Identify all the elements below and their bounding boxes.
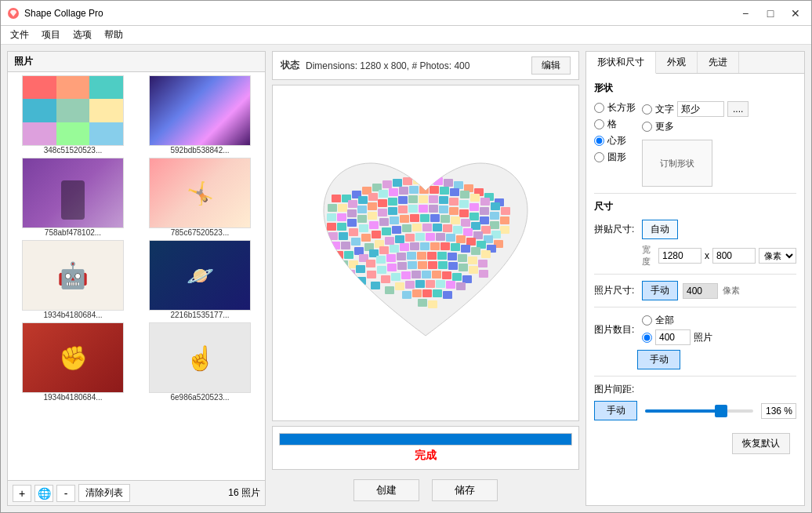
svg-rect-167 <box>401 271 411 279</box>
width-input[interactable] <box>658 248 701 264</box>
shape-radio-text-input[interactable] <box>642 104 652 115</box>
svg-rect-135 <box>471 247 480 255</box>
photos-grid-container[interactable]: 348c51520523... 592bdb538842... 758abf47… <box>8 72 265 480</box>
svg-rect-65 <box>439 206 448 213</box>
photo-thumbnail[interactable]: 🪐 <box>149 240 251 311</box>
shape-radio-rect-input[interactable] <box>594 103 604 113</box>
photo-filename: 348c51520523... <box>44 146 103 155</box>
svg-rect-28 <box>430 186 439 194</box>
svg-rect-22 <box>368 193 378 201</box>
unit-select[interactable]: 像素 <box>759 248 796 264</box>
svg-rect-32 <box>470 194 480 202</box>
photo-thumbnail[interactable] <box>22 75 124 146</box>
svg-rect-1 <box>332 195 341 202</box>
svg-rect-45 <box>419 195 428 203</box>
menu-file[interactable]: 文件 <box>4 27 35 43</box>
save-button[interactable]: 储存 <box>432 479 498 501</box>
photo-filename: 592bdb538842... <box>170 146 229 155</box>
svg-rect-36 <box>327 213 336 221</box>
section-divider-4 <box>594 376 796 377</box>
spacing-slider[interactable] <box>645 409 753 413</box>
svg-rect-55 <box>337 223 346 231</box>
svg-rect-84 <box>451 216 460 224</box>
count-manual-button[interactable]: 手动 <box>637 350 680 369</box>
shape-radio-circle-input[interactable] <box>594 152 604 162</box>
svg-rect-127 <box>390 245 399 253</box>
svg-rect-52 <box>490 212 499 220</box>
svg-rect-158 <box>428 261 437 269</box>
photo-thumbnail[interactable]: ✊ <box>22 322 124 393</box>
text-shape-dots-button[interactable]: .... <box>727 101 749 117</box>
edit-button[interactable]: 编辑 <box>531 56 571 75</box>
restore-defaults-button[interactable]: 恢复默认 <box>732 433 790 454</box>
photo-thumbnail[interactable]: 🤸 <box>149 158 251 228</box>
svg-rect-163 <box>479 270 488 278</box>
svg-rect-78 <box>390 216 399 224</box>
shape-radio-grid: 格 <box>594 118 636 131</box>
menu-help[interactable]: 帮助 <box>98 27 129 43</box>
height-input[interactable] <box>712 248 756 264</box>
svg-rect-137 <box>346 270 355 278</box>
title-bar: Shape Collage Pro − □ ✕ <box>1 1 811 26</box>
svg-rect-76 <box>369 221 379 229</box>
menu-project[interactable]: 项目 <box>35 27 67 43</box>
menu-bar: 文件 项目 选项 帮助 <box>1 26 811 45</box>
count-manual-radio[interactable] <box>642 333 652 343</box>
svg-rect-141 <box>386 254 396 262</box>
svg-rect-75 <box>359 224 368 232</box>
create-button[interactable]: 创建 <box>353 479 419 501</box>
add-photo-button[interactable]: + <box>13 485 31 502</box>
text-shape-input[interactable] <box>677 101 724 117</box>
svg-rect-95 <box>392 226 401 234</box>
remove-photo-button[interactable]: - <box>56 485 75 502</box>
count-all-radio[interactable] <box>642 315 652 326</box>
count-value-input[interactable] <box>655 329 691 345</box>
collage-size-auto-button[interactable]: 自动 <box>642 220 678 239</box>
close-button[interactable]: ✕ <box>786 5 805 21</box>
section-divider-2 <box>594 274 796 275</box>
collage-size-label: 拼贴尺寸: <box>594 223 637 236</box>
shape-radio-heart-input[interactable] <box>594 136 604 146</box>
svg-rect-91 <box>351 238 361 246</box>
svg-rect-184 <box>422 289 432 297</box>
maximize-button[interactable]: □ <box>761 5 780 21</box>
menu-options[interactable]: 选项 <box>67 27 98 43</box>
list-item: 🤸 785c67520523... <box>138 158 262 237</box>
photo-thumbnail[interactable] <box>22 158 124 228</box>
list-item: ✊ 1934b4180684... <box>11 322 135 402</box>
spacing-pct-input[interactable] <box>761 403 796 419</box>
list-item: 758abf478102... <box>11 158 135 237</box>
spacing-control-row: 手动 <box>594 401 796 420</box>
svg-rect-139 <box>366 260 375 267</box>
custom-shape-button[interactable]: 订制形状 <box>642 140 712 187</box>
tab-advanced[interactable]: 先进 <box>698 52 739 73</box>
photo-size-row: 照片尺寸: 手动 像素 <box>594 281 796 300</box>
svg-rect-168 <box>411 271 421 278</box>
svg-rect-90 <box>341 242 350 249</box>
photo-filename: 1934b4180684... <box>43 311 102 319</box>
clear-list-button[interactable]: 清除列表 <box>78 484 130 502</box>
photo-thumbnail[interactable]: 🤖 <box>22 240 124 311</box>
svg-rect-188 <box>428 300 437 308</box>
svg-rect-62 <box>408 205 418 213</box>
photo-count-row: 图片数目: 全部 照片 <box>594 314 796 345</box>
photo-size-input[interactable] <box>683 283 718 299</box>
tab-appearance[interactable]: 外观 <box>656 52 698 73</box>
svg-rect-37 <box>337 213 346 221</box>
svg-rect-156 <box>408 261 417 269</box>
photo-thumbnail[interactable]: ☝️ <box>149 322 251 393</box>
status-label: 状态 <box>281 59 299 72</box>
svg-rect-46 <box>429 195 438 203</box>
tab-shape-size[interactable]: 形状和尺寸 <box>586 52 656 74</box>
spacing-manual-button[interactable]: 手动 <box>594 401 637 420</box>
globe-button[interactable]: 🌐 <box>34 485 53 502</box>
svg-rect-118 <box>456 235 466 243</box>
svg-rect-183 <box>412 289 422 297</box>
shape-radio-more-input[interactable] <box>642 122 652 132</box>
svg-rect-98 <box>422 224 432 231</box>
photo-thumbnail[interactable] <box>149 75 251 146</box>
photo-size-manual-button[interactable]: 手动 <box>642 281 678 300</box>
minimize-button[interactable]: − <box>736 5 755 21</box>
section-divider-3 <box>594 307 796 307</box>
shape-radio-grid-input[interactable] <box>594 119 604 129</box>
